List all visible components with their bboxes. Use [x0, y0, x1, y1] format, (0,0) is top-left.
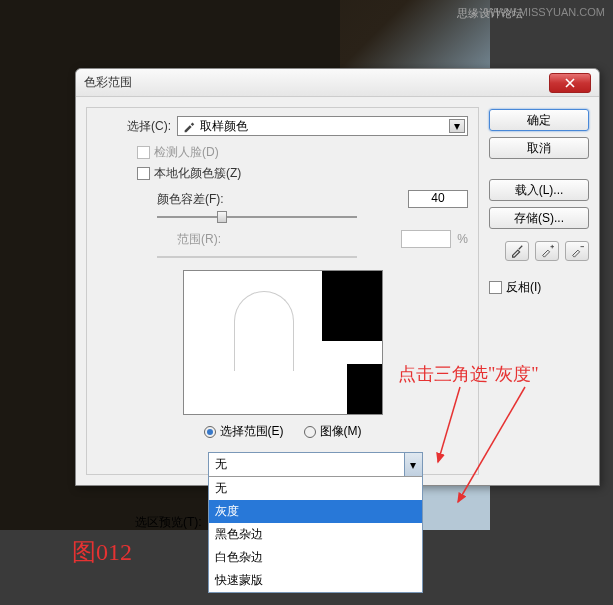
slider-thumb[interactable] — [217, 211, 227, 223]
range-input — [401, 230, 451, 248]
preview-select-label: 选区预览(T): — [135, 514, 202, 531]
eyedropper-minus-tool[interactable] — [565, 241, 589, 261]
preview-dropdown[interactable]: 无 ▾ 无 灰度 黑色杂边 白色杂边 快速蒙版 — [208, 452, 423, 593]
chevron-down-icon[interactable]: ▾ — [404, 453, 422, 476]
dropdown-selected[interactable]: 无 ▾ — [209, 453, 422, 476]
detect-faces-checkbox — [137, 146, 150, 159]
titlebar[interactable]: 色彩范围 — [76, 69, 599, 97]
cancel-button[interactable]: 取消 — [489, 137, 589, 159]
annotation-text: 点击三角选"灰度" — [398, 362, 539, 386]
chevron-down-icon[interactable]: ▾ — [449, 119, 465, 133]
eyedropper-minus-icon — [570, 244, 584, 258]
eyedropper-plus-icon — [540, 244, 554, 258]
select-value: 取样颜色 — [200, 118, 248, 135]
right-panel: 确定 取消 载入(L)... 存储(S)... 反相(I) — [489, 107, 589, 475]
eyedropper-plus-tool[interactable] — [535, 241, 559, 261]
dropdown-item-grayscale[interactable]: 灰度 — [209, 500, 422, 523]
save-button[interactable]: 存储(S)... — [489, 207, 589, 229]
load-button[interactable]: 载入(L)... — [489, 179, 589, 201]
close-button[interactable] — [549, 73, 591, 93]
watermark-forum: 思缘设计论坛 — [457, 6, 523, 21]
dropdown-item-quick-mask[interactable]: 快速蒙版 — [209, 569, 422, 592]
image-radio-label: 图像(M) — [320, 423, 362, 440]
invert-checkbox[interactable] — [489, 281, 502, 294]
localized-label: 本地化颜色簇(Z) — [154, 165, 241, 182]
fuzziness-slider[interactable] — [157, 216, 357, 218]
select-dropdown[interactable]: 取样颜色 ▾ — [177, 116, 468, 136]
fuzziness-input[interactable]: 40 — [408, 190, 468, 208]
dialog-title: 色彩范围 — [84, 74, 549, 91]
image-radio[interactable] — [304, 426, 316, 438]
localized-checkbox[interactable] — [137, 167, 150, 180]
ok-button[interactable]: 确定 — [489, 109, 589, 131]
range-unit: % — [457, 232, 468, 246]
dropdown-item-none[interactable]: 无 — [209, 477, 422, 500]
detect-faces-label: 检测人脸(D) — [154, 144, 219, 161]
fuzziness-label: 颜色容差(F): — [157, 191, 224, 208]
dropdown-list: 无 灰度 黑色杂边 白色杂边 快速蒙版 — [209, 476, 422, 592]
figure-label: 图012 — [72, 536, 132, 568]
select-label: 选择(C): — [127, 118, 171, 135]
eyedropper-icon — [182, 119, 196, 133]
eyedropper-icon — [510, 244, 524, 258]
preview-thumbnail — [183, 270, 383, 415]
color-range-dialog: 色彩范围 选择(C): 取样颜色 ▾ 检测人脸(D) 本地化颜色簇(Z) — [75, 68, 600, 486]
left-panel: 选择(C): 取样颜色 ▾ 检测人脸(D) 本地化颜色簇(Z) 颜色容差(F):… — [86, 107, 479, 475]
range-slider — [157, 256, 357, 258]
dropdown-selected-text: 无 — [215, 457, 227, 471]
selection-radio[interactable] — [204, 426, 216, 438]
invert-label: 反相(I) — [506, 279, 541, 296]
eyedropper-tool[interactable] — [505, 241, 529, 261]
dropdown-item-white-matte[interactable]: 白色杂边 — [209, 546, 422, 569]
selection-radio-label: 选择范围(E) — [220, 423, 284, 440]
close-icon — [565, 78, 575, 88]
dropdown-item-black-matte[interactable]: 黑色杂边 — [209, 523, 422, 546]
range-label: 范围(R): — [177, 231, 221, 248]
